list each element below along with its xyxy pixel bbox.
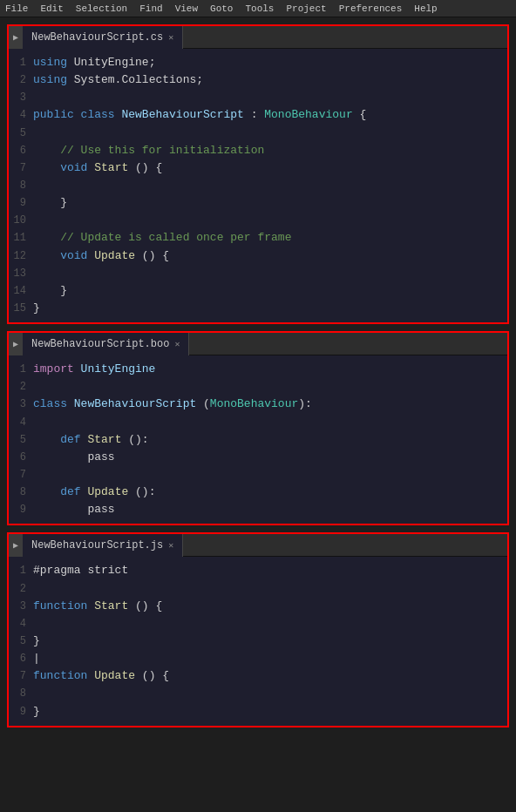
code-line: 9 } bbox=[9, 194, 507, 212]
tab-close-button[interactable]: ✕ bbox=[168, 540, 173, 551]
line-content bbox=[33, 265, 507, 282]
line-number: 7 bbox=[9, 668, 33, 685]
line-number: 1 bbox=[9, 55, 33, 71]
token: def bbox=[60, 485, 87, 498]
token: Start bbox=[87, 433, 121, 446]
token bbox=[33, 249, 60, 262]
line-content: pass bbox=[33, 501, 507, 518]
line-number: 10 bbox=[9, 213, 33, 229]
token: ): bbox=[298, 397, 312, 410]
code-line: 7function Update () { bbox=[9, 667, 507, 685]
token: UnityEngine; bbox=[67, 56, 155, 69]
line-content bbox=[33, 89, 507, 106]
line-number: 5 bbox=[9, 125, 33, 142]
line-content bbox=[33, 378, 507, 396]
line-number: 1 bbox=[9, 362, 33, 378]
line-content bbox=[33, 125, 507, 142]
code-line: 11 // Update is called once per frame bbox=[9, 229, 507, 247]
tab-label: NewBehaviourScript.cs bbox=[31, 31, 163, 44]
code-line: 9 pass bbox=[9, 501, 507, 518]
line-number: 3 bbox=[9, 599, 33, 615]
editor-panel-js-panel: ▶NewBehaviourScript.js✕1#pragma strict2 … bbox=[7, 532, 509, 727]
tab-bar-cs-panel: ▶NewBehaviourScript.cs✕ bbox=[9, 26, 507, 49]
token: MonoBehaviour bbox=[210, 397, 298, 410]
code-line: 3class NewBehaviourScript (MonoBehaviour… bbox=[9, 396, 507, 413]
line-content: | bbox=[33, 650, 507, 667]
editor-panel-boo-panel: ▶NewBehaviourScript.boo✕1import UnityEng… bbox=[7, 331, 509, 525]
token: Start bbox=[94, 161, 128, 174]
line-content: // Use this for initialization bbox=[33, 142, 507, 159]
token: { bbox=[353, 108, 367, 121]
code-line: 1using UnityEngine; bbox=[9, 54, 507, 71]
menu-selection[interactable]: Selection bbox=[76, 3, 127, 14]
code-line: 2 bbox=[9, 580, 507, 598]
token: Update bbox=[94, 249, 135, 262]
line-content bbox=[33, 212, 507, 229]
line-content: import UnityEngine bbox=[33, 361, 507, 378]
code-line: 7 bbox=[9, 466, 507, 484]
token: () { bbox=[128, 161, 162, 174]
code-content-js-panel: 1#pragma strict2 3function Start () {4 5… bbox=[9, 557, 507, 725]
menu-preferences[interactable]: Preferences bbox=[339, 3, 403, 14]
token: Update bbox=[94, 669, 135, 682]
line-number: 12 bbox=[9, 248, 33, 265]
line-content: #pragma strict bbox=[33, 562, 507, 579]
code-line: 5} bbox=[9, 633, 507, 650]
tab-bar-js-panel: ▶NewBehaviourScript.js✕ bbox=[9, 534, 507, 557]
tab-cs-panel[interactable]: NewBehaviourScript.cs✕ bbox=[23, 26, 183, 49]
code-line: 5 def Start (): bbox=[9, 431, 507, 449]
line-number: 2 bbox=[9, 72, 33, 89]
tab-arrow-boo-panel[interactable]: ▶ bbox=[9, 333, 23, 355]
code-line: 8 bbox=[9, 177, 507, 194]
token: pass bbox=[33, 503, 115, 516]
line-number: 4 bbox=[9, 107, 33, 124]
line-content: } bbox=[33, 633, 507, 650]
line-content: function Update () { bbox=[33, 667, 507, 685]
line-content: } bbox=[33, 300, 507, 317]
token: using bbox=[33, 56, 67, 69]
token: MonoBehaviour bbox=[264, 108, 352, 121]
tab-js-panel[interactable]: NewBehaviourScript.js✕ bbox=[23, 534, 183, 557]
line-content bbox=[33, 414, 507, 431]
line-content: void Update () { bbox=[33, 247, 507, 265]
menu-help[interactable]: Help bbox=[414, 3, 437, 14]
code-line: 8 bbox=[9, 685, 507, 702]
menu-tools[interactable]: Tools bbox=[245, 3, 274, 14]
line-number: 9 bbox=[9, 502, 33, 518]
line-content: // Update is called once per frame bbox=[33, 229, 507, 247]
tab-arrow-js-panel[interactable]: ▶ bbox=[9, 534, 23, 557]
menu-file[interactable]: File bbox=[5, 3, 28, 14]
menu-project[interactable]: Project bbox=[286, 3, 326, 14]
menu-goto[interactable]: Goto bbox=[210, 3, 233, 14]
code-line: 6 pass bbox=[9, 449, 507, 466]
line-number: 9 bbox=[9, 195, 33, 212]
line-content bbox=[33, 466, 507, 484]
menu-edit[interactable]: Edit bbox=[40, 3, 63, 14]
menu-view[interactable]: View bbox=[175, 3, 198, 14]
tab-boo-panel[interactable]: NewBehaviourScript.boo✕ bbox=[23, 333, 189, 355]
code-line: 3function Start () { bbox=[9, 598, 507, 615]
line-number: 2 bbox=[9, 581, 33, 598]
tab-arrow-cs-panel[interactable]: ▶ bbox=[9, 26, 23, 49]
token: Update bbox=[87, 485, 128, 498]
token: NewBehaviourScript bbox=[74, 397, 196, 410]
line-number: 4 bbox=[9, 616, 33, 633]
line-content bbox=[33, 615, 507, 633]
tab-close-button[interactable]: ✕ bbox=[168, 32, 173, 43]
line-number: 4 bbox=[9, 415, 33, 431]
menu-find[interactable]: Find bbox=[139, 3, 162, 14]
token: ( bbox=[196, 397, 210, 410]
token: (): bbox=[128, 485, 155, 498]
line-number: 8 bbox=[9, 178, 33, 194]
token: // Update is called once per frame bbox=[33, 231, 291, 244]
token bbox=[33, 485, 60, 498]
tab-bar-boo-panel: ▶NewBehaviourScript.boo✕ bbox=[9, 333, 507, 355]
tab-close-button[interactable]: ✕ bbox=[174, 339, 180, 349]
line-content: } bbox=[33, 703, 507, 721]
line-content: void Start () { bbox=[33, 159, 507, 177]
code-content-cs-panel: 1using UnityEngine;2using System.Collect… bbox=[9, 49, 507, 322]
token: (): bbox=[121, 433, 148, 446]
token: System.Collections; bbox=[67, 73, 203, 86]
code-line: 2 bbox=[9, 378, 507, 396]
line-content bbox=[33, 580, 507, 598]
